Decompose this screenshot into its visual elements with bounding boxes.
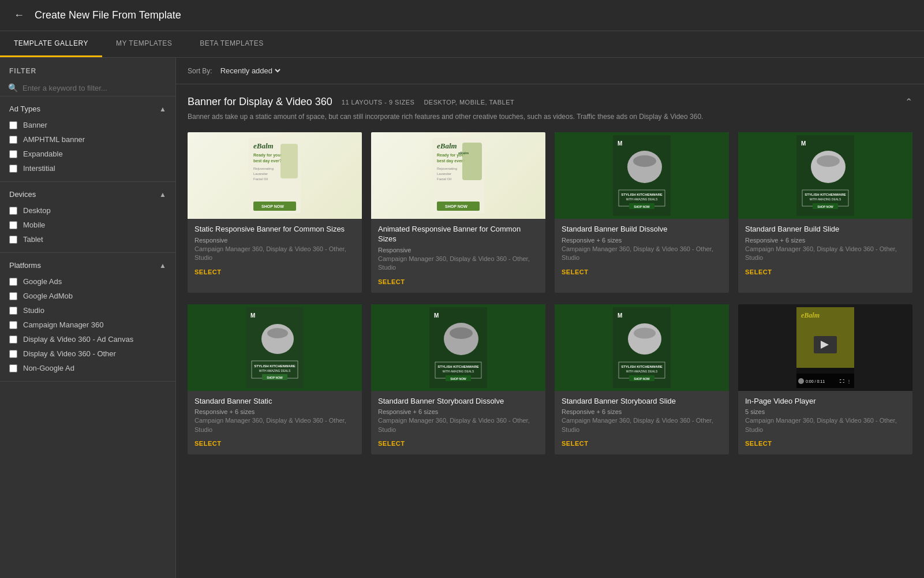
svg-text:0:00 / 0:11: 0:00 / 0:11 [806, 379, 825, 383]
card-subtitle-1: Responsive [194, 237, 355, 244]
card-subtitle-7: Responsive + 6 sizes [562, 408, 722, 415]
card-title-2: Animated Responsive Banner for Common Si… [378, 225, 538, 244]
tab-my-templates[interactable]: MY TEMPLATES [102, 31, 186, 57]
sort-select[interactable]: Recently added Name Most used [218, 66, 282, 76]
tab-beta-templates[interactable]: BETA TEMPLATES [186, 31, 277, 57]
google-admob-checkbox[interactable] [9, 292, 17, 300]
card-body-3: Standard Banner Build Dissolve Responsiv… [555, 219, 729, 283]
select-button-1[interactable]: SELECT [194, 269, 221, 275]
sort-label: Sort By: [188, 67, 212, 75]
google-admob-label: Google AdMob [23, 292, 73, 300]
ad-preview-kettle-3: M STYLISH KITCHENWARE WITH AMAZING DEALS… [188, 304, 362, 391]
platforms-chevron: ▲ [159, 262, 166, 270]
select-button-5[interactable]: SELECT [194, 440, 221, 447]
select-button-4[interactable]: SELECT [745, 269, 772, 275]
select-button-7[interactable]: SELECT [562, 440, 588, 447]
interstitial-label: Interstitial [23, 164, 55, 173]
collapse-icon[interactable]: ⌃ [905, 96, 912, 107]
google-ads-checkbox[interactable] [9, 278, 17, 286]
ad-preview-ebalm-1: eBalm Ready for your best day ever? Reju… [188, 132, 362, 219]
banner-checkbox[interactable] [9, 121, 17, 129]
filter-banner[interactable]: Banner [0, 118, 175, 132]
svg-rect-17 [462, 143, 482, 180]
search-icon: 🔍 [8, 83, 18, 92]
filter-mobile[interactable]: Mobile [0, 218, 175, 232]
svg-text:M: M [250, 312, 255, 319]
studio-checkbox[interactable] [9, 307, 17, 315]
svg-text:STYLISH KITCHENWARE: STYLISH KITCHENWARE [437, 365, 479, 368]
desktop-checkbox[interactable] [9, 207, 17, 215]
filter-dv360-adcanvas[interactable]: Display & Video 360 - Ad Canvas [0, 332, 175, 346]
card-platforms-3: Campaign Manager 360, Display & Video 36… [562, 245, 722, 263]
filter-campaign-manager[interactable]: Campaign Manager 360 [0, 318, 175, 332]
ad-types-chevron: ▲ [159, 105, 166, 113]
devices-header[interactable]: Devices ▲ [0, 182, 175, 203]
svg-text:STYLISH KITCHENWARE: STYLISH KITCHENWARE [805, 193, 846, 196]
card-storyboard-dissolve[interactable]: M STYLISH KITCHENWARE WITH AMAZING DEALS… [371, 304, 545, 455]
svg-point-42 [267, 328, 288, 338]
svg-text:Lavender: Lavender [253, 172, 268, 176]
dv360-adcanvas-checkbox[interactable] [9, 335, 17, 344]
platforms-header[interactable]: Platforms ▲ [0, 253, 175, 274]
svg-text:STYLISH KITCHENWARE: STYLISH KITCHENWARE [621, 193, 663, 196]
filter-non-google[interactable]: Non-Google Ad [0, 361, 175, 375]
card-video-player[interactable]: eBalm 0:00 / 0:11 ⛶ ⋮ [738, 304, 912, 455]
card-title-4: Standard Banner Build Slide [745, 225, 906, 234]
back-button[interactable]: ← [12, 7, 27, 24]
svg-rect-71 [796, 374, 854, 388]
desktop-label: Desktop [23, 206, 51, 215]
svg-text:M: M [434, 312, 439, 319]
svg-text:eBalm: eBalm [253, 141, 274, 150]
interstitial-checkbox[interactable] [9, 165, 17, 173]
card-title-1: Static Responsive Banner for Common Size… [194, 225, 355, 234]
mobile-checkbox[interactable] [9, 221, 17, 229]
svg-text:Facial Oil: Facial Oil [437, 177, 451, 181]
select-button-2[interactable]: SELECT [378, 278, 405, 285]
card-image-banner-static: M STYLISH KITCHENWARE WITH AMAZING DEALS… [188, 304, 362, 391]
select-button-3[interactable]: SELECT [562, 269, 588, 275]
filter-interstitial[interactable]: Interstitial [0, 161, 175, 176]
svg-point-51 [450, 327, 473, 339]
svg-text:SHOP NOW: SHOP NOW [450, 377, 466, 381]
card-subtitle-5: Responsive + 6 sizes [194, 408, 355, 415]
select-button-8[interactable]: SELECT [745, 440, 772, 447]
card-storyboard-slide[interactable]: M STYLISH KITCHENWARE WITH AMAZING DEALS… [555, 304, 729, 455]
search-input[interactable] [23, 84, 167, 92]
svg-text:Ready for your: Ready for your [253, 153, 282, 158]
ad-types-header[interactable]: Ad Types ▲ [0, 96, 175, 118]
filter-expandable[interactable]: Expandable [0, 147, 175, 161]
cards-grid-row1: eBalm Ready for your best day ever? Reju… [188, 132, 912, 293]
filter-studio[interactable]: Studio [0, 303, 175, 318]
select-button-6[interactable]: SELECT [378, 440, 405, 447]
filter-tablet[interactable]: Tablet [0, 232, 175, 247]
svg-text:Lavender: Lavender [437, 172, 451, 176]
filter-amphtml[interactable]: AMPHTML banner [0, 132, 175, 147]
svg-text:Rejuvenating: Rejuvenating [437, 167, 457, 170]
filter-google-admob[interactable]: Google AdMob [0, 289, 175, 303]
tablet-checkbox[interactable] [9, 236, 17, 244]
card-build-dissolve[interactable]: M STYLISH KITCHENWARE WITH AMAZING DEALS… [555, 132, 729, 293]
amphtml-checkbox[interactable] [9, 136, 17, 144]
card-image-build-dissolve: M STYLISH KITCHENWARE WITH AMAZING DEALS… [555, 132, 729, 219]
non-google-label: Non-Google Ad [23, 364, 74, 372]
header: ← Create New File From Template [0, 0, 924, 31]
svg-text:WITH AMAZING DEALS: WITH AMAZING DEALS [626, 370, 658, 373]
card-title-7: Standard Banner Storyboard Slide [562, 397, 722, 407]
campaign-manager-checkbox[interactable] [9, 321, 17, 329]
card-animated-responsive[interactable]: eBalm Ready for your best day ever? Reju… [371, 132, 545, 293]
card-build-slide[interactable]: M STYLISH KITCHENWARE WITH AMAZING DEALS… [738, 132, 912, 293]
card-subtitle-8: 5 sizes [745, 408, 906, 415]
non-google-checkbox[interactable] [9, 364, 17, 372]
svg-text:SHOP NOW: SHOP NOW [817, 205, 833, 208]
filter-google-ads[interactable]: Google Ads [0, 274, 175, 289]
dv360-other-checkbox[interactable] [9, 350, 17, 358]
ad-preview-kettle-4: M STYLISH KITCHENWARE WITH AMAZING DEALS… [371, 304, 545, 391]
card-static-responsive[interactable]: eBalm Ready for your best day ever? Reju… [188, 132, 362, 293]
expandable-checkbox[interactable] [9, 150, 17, 158]
tab-template-gallery[interactable]: TEMPLATE GALLERY [0, 31, 102, 57]
filter-desktop[interactable]: Desktop [0, 203, 175, 218]
banner-section-header[interactable]: Banner for Display & Video 360 11 LAYOUT… [188, 96, 912, 108]
card-platforms-1: Campaign Manager 360, Display & Video 36… [194, 245, 355, 263]
filter-dv360-other[interactable]: Display & Video 360 - Other [0, 346, 175, 361]
card-banner-static[interactable]: M STYLISH KITCHENWARE WITH AMAZING DEALS… [188, 304, 362, 455]
